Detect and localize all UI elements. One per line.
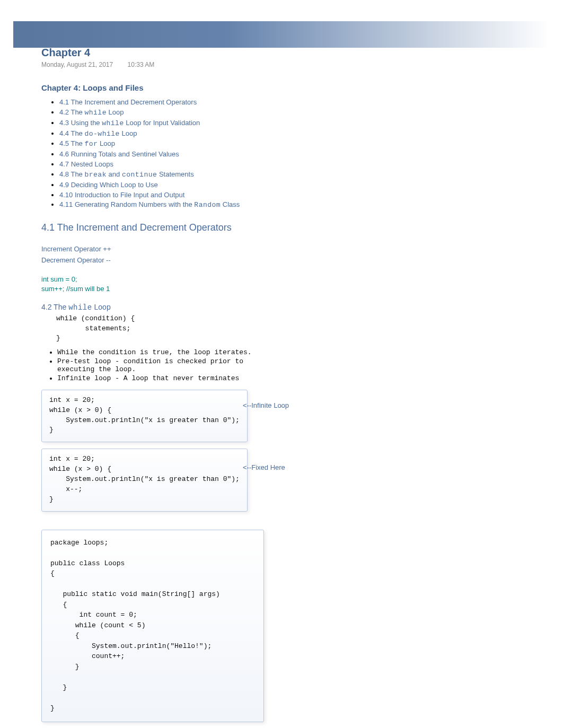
code-example-3: package loops; public class Loops { publ… [41,530,264,723]
time: 10:33 AM [128,61,155,68]
table-of-contents: 4.1 The Increment and Decrement Operator… [41,98,522,210]
toc-item: 4.6 Running Totals and Sentinel Values [59,150,522,160]
code-example-2: int x = 20; while (x > 0) { System.out.p… [41,449,248,511]
note-item: Infinite loop - A loop that never termin… [57,374,522,382]
decrement-operator-label: Decrement Operator -- [41,256,522,264]
toc-item: 4.8 The break and continue Statements [59,170,522,180]
toc-item: 4.10 Introduction to File Input and Outp… [59,190,522,200]
intsum-example: int sum = 0; sum++; //sum will be 1 [41,275,522,293]
toc-item: 4.9 Deciding Which Loop to Use [59,180,522,190]
full-program-wrapper: package loops; public class Loops { publ… [41,530,522,728]
annotation-fixed-here: <--Fixed Here [243,463,285,471]
intsum-line1: int sum = 0; [41,275,522,284]
code-example-1-wrapper: int x = 20; while (x > 0) { System.out.p… [41,390,522,442]
while-syntax-block: while (condition) { statements; } [41,314,522,343]
toc-item: 4.3 Using the while Loop for Input Valid… [59,118,522,129]
date: Monday, August 21, 2017 [41,61,113,68]
toc-item: 4.1 The Increment and Decrement Operator… [59,98,522,108]
timestamp-line: Monday, August 21, 2017 10:33 AM [41,61,522,68]
annotation-infinite-loop: <--Infinite Loop [243,401,289,409]
page-title: Chapter 4 [41,47,522,59]
toc-item: 4.5 The for Loop [59,139,522,150]
toc-item: 4.2 The while Loop [59,108,522,118]
section-4-1-heading: 4.1 The Increment and Decrement Operator… [41,222,522,233]
chapter-heading: Chapter 4: Loops and Files [41,83,522,92]
toc-item: 4.11 Generating Random Numbers with the … [59,200,522,210]
while-notes-list: While the condition is true, the loop it… [41,348,522,382]
intsum-line2: sum++; //sum will be 1 [41,284,522,294]
toc-item: 4.7 Nested Loops [59,160,522,170]
note-item: Pre-test loop - condition is checked pri… [57,357,522,373]
code-example-1: int x = 20; while (x > 0) { System.out.p… [41,390,248,442]
toc-item: 4.4 The do-while Loop [59,129,522,139]
note-item: While the condition is true, the loop it… [57,348,522,356]
section-4-2-heading: 4.2 The while Loop [41,303,522,312]
code-example-2-wrapper: int x = 20; while (x > 0) { System.out.p… [41,449,522,511]
increment-operator-label: Increment Operator ++ [41,245,522,253]
page-body: Chapter 4 Monday, August 21, 2017 10:33 … [0,0,563,728]
header-accent-bar [13,21,550,48]
